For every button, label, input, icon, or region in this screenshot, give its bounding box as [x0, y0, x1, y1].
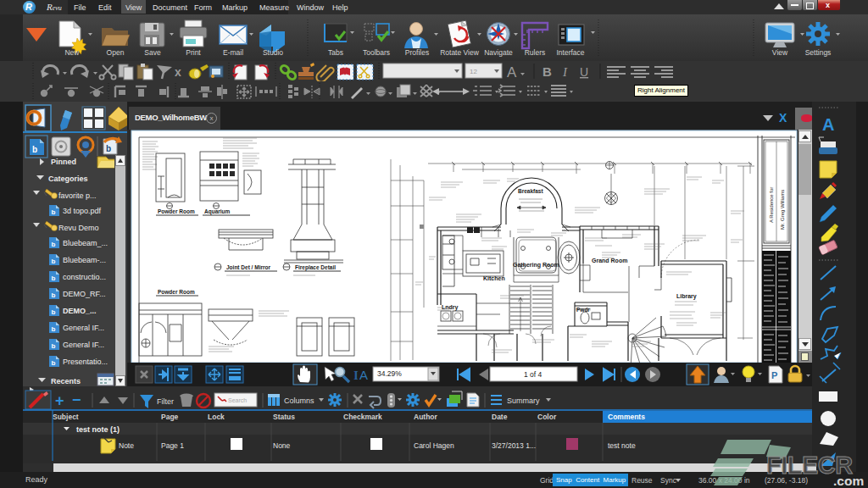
- svg-text:Gathering Room: Gathering Room: [513, 262, 559, 269]
- svg-text:Page 1: Page 1: [161, 441, 184, 450]
- svg-text:I: I: [562, 65, 568, 79]
- svg-text:.com: .com: [833, 474, 864, 488]
- svg-text:Author: Author: [414, 413, 438, 421]
- svg-text:Print: Print: [186, 48, 201, 57]
- svg-text:Studio: Studio: [263, 48, 283, 57]
- svg-text:Subject: Subject: [53, 413, 79, 421]
- svg-text:Mr. Greg Williams: Mr. Greg Williams: [780, 190, 785, 230]
- svg-text:A: A: [507, 64, 517, 80]
- svg-text:Tabs: Tabs: [328, 48, 343, 57]
- svg-text:Presentatio...: Presentatio...: [63, 358, 108, 366]
- svg-text:E-mail: E-mail: [223, 48, 243, 57]
- svg-text:test note (1): test note (1): [76, 425, 120, 434]
- svg-text:Powder Room: Powder Room: [158, 208, 195, 214]
- svg-text:General IF...: General IF...: [63, 324, 104, 332]
- svg-text:b: b: [52, 274, 56, 282]
- svg-text:b: b: [52, 291, 56, 299]
- svg-text:Summary: Summary: [507, 396, 540, 405]
- svg-text:Page: Page: [161, 413, 179, 421]
- svg-text:New: New: [64, 48, 80, 57]
- svg-text:b: b: [52, 359, 56, 367]
- svg-text:3/27/2013 1...: 3/27/2013 1...: [492, 441, 536, 450]
- svg-text:Joint Det / Mirror: Joint Det / Mirror: [226, 264, 270, 270]
- svg-text:Status: Status: [273, 413, 295, 421]
- svg-text:b: b: [106, 144, 111, 153]
- svg-text:DEMO_RF...: DEMO_RF...: [63, 290, 106, 298]
- svg-text:Open: Open: [107, 48, 125, 57]
- svg-text:DEMO_...: DEMO_...: [63, 307, 97, 315]
- svg-text:Rulers: Rulers: [525, 48, 546, 57]
- svg-text:b: b: [52, 241, 56, 248]
- svg-text:b: b: [52, 308, 56, 316]
- svg-text:Fireplace Detail: Fireplace Detail: [295, 264, 336, 271]
- svg-text:A: A: [822, 115, 834, 134]
- svg-text:Bluebeam-...: Bluebeam-...: [63, 256, 106, 264]
- svg-text:Filter: Filter: [157, 397, 174, 406]
- svg-text:Library: Library: [676, 293, 697, 300]
- svg-text:b: b: [32, 145, 37, 154]
- svg-text:Interface: Interface: [556, 48, 584, 57]
- svg-text:Comments: Comments: [608, 413, 645, 421]
- svg-text:b: b: [52, 325, 56, 333]
- svg-text:Recents: Recents: [51, 377, 81, 385]
- svg-text:3d topo.pdf: 3d topo.pdf: [63, 207, 102, 215]
- svg-text:B: B: [542, 64, 552, 79]
- svg-text:b: b: [52, 342, 56, 350]
- svg-text:I: I: [353, 369, 359, 382]
- svg-text:+: +: [55, 392, 64, 409]
- svg-text:Navigate: Navigate: [484, 48, 513, 57]
- svg-text:Breakfast: Breakfast: [518, 188, 543, 194]
- svg-text:A Residence for: A Residence for: [769, 187, 774, 223]
- svg-text:None: None: [273, 441, 291, 450]
- svg-text:View: View: [772, 48, 788, 57]
- svg-text:1 of 4: 1 of 4: [524, 370, 542, 379]
- svg-text:Profiles: Profiles: [405, 48, 429, 57]
- svg-text:−: −: [72, 391, 81, 408]
- svg-text:b: b: [52, 208, 56, 216]
- svg-text:Rotate View: Rotate View: [440, 48, 480, 57]
- svg-text:Columns: Columns: [284, 396, 314, 405]
- svg-text:constructio...: constructio...: [63, 273, 106, 281]
- svg-text:Search: Search: [228, 397, 247, 403]
- svg-text:General IF...: General IF...: [63, 341, 104, 349]
- svg-text:A: A: [359, 368, 368, 382]
- svg-text:favorite p...: favorite p...: [58, 191, 97, 200]
- svg-text:b: b: [52, 258, 56, 265]
- svg-text:Aquarium: Aquarium: [204, 208, 231, 215]
- svg-text:Bluebeam_...: Bluebeam_...: [63, 239, 108, 247]
- svg-text:34.29%: 34.29%: [377, 369, 402, 378]
- svg-text:Pinned: Pinned: [51, 158, 76, 166]
- svg-text:Settings: Settings: [805, 48, 832, 57]
- svg-text:Date: Date: [492, 413, 508, 421]
- svg-text:Color: Color: [537, 413, 557, 421]
- svg-text:Grand Room: Grand Room: [592, 258, 627, 263]
- svg-text:x: x: [175, 65, 181, 79]
- svg-text:U: U: [580, 65, 588, 79]
- svg-text:Categories: Categories: [48, 175, 88, 183]
- svg-text:Powder Room: Powder Room: [158, 289, 195, 295]
- svg-text:test note: test note: [608, 441, 636, 450]
- svg-text:Lock: Lock: [208, 413, 225, 421]
- svg-text:Carol Hagen: Carol Hagen: [414, 441, 454, 450]
- svg-text:Note: Note: [119, 441, 134, 450]
- svg-text:Toolbars: Toolbars: [363, 48, 390, 57]
- svg-text:Kitchen: Kitchen: [483, 275, 505, 281]
- svg-text:Revu Demo: Revu Demo: [58, 224, 99, 232]
- svg-text:Save: Save: [144, 48, 161, 57]
- svg-text:P: P: [771, 370, 777, 380]
- svg-text:12: 12: [470, 68, 477, 75]
- svg-text:Checkmark: Checkmark: [343, 413, 382, 421]
